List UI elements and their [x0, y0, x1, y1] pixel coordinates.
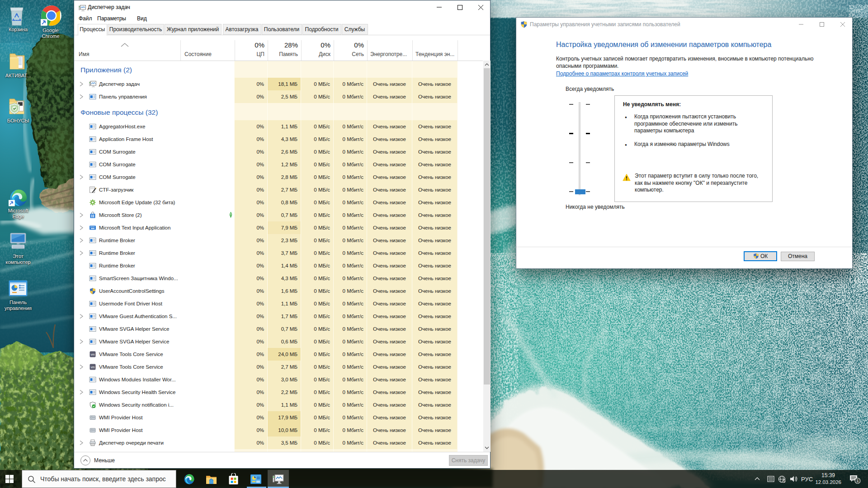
svg-text:1: 1 [856, 479, 859, 483]
svg-text:vm: vm [91, 366, 95, 369]
svg-text:vm: vm [91, 353, 95, 356]
